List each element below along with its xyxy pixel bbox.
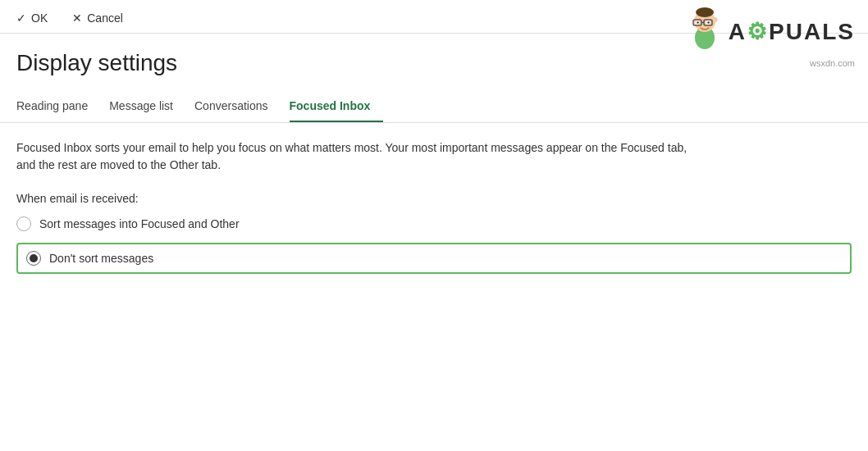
- logo-text: A⚙PUALS: [729, 18, 855, 45]
- logo: A⚙PUALS wsxdn.com: [684, 7, 855, 68]
- content-area: Focused Inbox sorts your email to help y…: [0, 123, 868, 290]
- logo-mascot: [684, 7, 725, 57]
- radio-dont-sort[interactable]: Don't sort messages: [16, 243, 852, 274]
- ok-button[interactable]: ✓ OK: [16, 11, 48, 25]
- tab-focused-inbox[interactable]: Focused Inbox: [290, 93, 384, 122]
- ok-label: OK: [31, 11, 48, 25]
- radio-sort-focused-label: Sort messages into Focused and Other: [39, 217, 240, 230]
- tab-message-list[interactable]: Message list: [109, 93, 186, 122]
- cancel-label: Cancel: [87, 11, 123, 25]
- cancel-button[interactable]: ✕ Cancel: [72, 11, 123, 25]
- tab-reading-pane[interactable]: Reading pane: [16, 93, 101, 122]
- tabs-row: Reading pane Message list Conversations …: [0, 84, 868, 123]
- svg-point-10: [713, 17, 717, 22]
- svg-point-8: [697, 21, 698, 23]
- when-email-label: When email is received:: [16, 192, 852, 205]
- radio-dont-sort-label: Don't sort messages: [49, 252, 153, 265]
- cancel-icon: ✕: [72, 11, 82, 25]
- tab-conversations[interactable]: Conversations: [194, 93, 281, 122]
- content-description: Focused Inbox sorts your email to help y…: [16, 139, 689, 174]
- radio-dont-sort-input[interactable]: [26, 251, 41, 266]
- svg-point-2: [696, 7, 714, 17]
- radio-group: Sort messages into Focused and Other Don…: [16, 216, 852, 274]
- ok-icon: ✓: [16, 11, 26, 25]
- radio-sort-focused[interactable]: Sort messages into Focused and Other: [16, 216, 852, 231]
- svg-point-9: [707, 21, 709, 23]
- radio-sort-focused-input[interactable]: [16, 216, 31, 231]
